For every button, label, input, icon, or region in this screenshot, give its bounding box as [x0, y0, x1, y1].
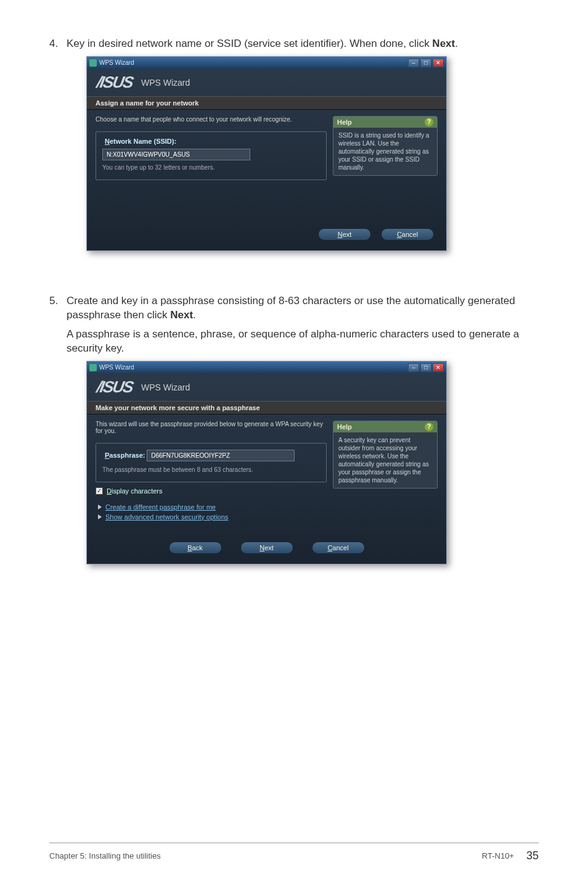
maximize-button[interactable]: □ — [420, 363, 431, 372]
intro-text: Choose a name that people who connect to… — [96, 116, 327, 123]
help-title: Help — [337, 423, 352, 431]
wizard-label: WPS Wizard — [141, 78, 190, 88]
app-icon — [89, 364, 97, 371]
help-panel: Help ? SSID is a string used to identify… — [333, 116, 438, 176]
asus-logo: /ISUS — [95, 377, 134, 397]
display-characters-row[interactable]: ✓ Display characters — [96, 487, 327, 495]
next-button[interactable]: Next — [318, 228, 371, 241]
help-header: Help ? — [333, 117, 437, 128]
passphrase-hint: The passphrase must be between 8 and 63 … — [102, 466, 320, 473]
page-footer: Chapter 5: Installing the utilities RT-N… — [49, 843, 539, 862]
window-title: WPS Wizard — [99, 59, 407, 66]
window-title: WPS Wizard — [99, 364, 407, 371]
step-4: 4. Key in desired network name or SSID (… — [49, 37, 539, 51]
help-icon: ? — [425, 423, 433, 431]
intro-text: This wizard will use the passphrase prov… — [96, 421, 327, 434]
display-characters-checkbox[interactable]: ✓ — [96, 487, 103, 495]
section-heading: Assign a name for your network — [87, 96, 446, 110]
display-characters-label: Display characters — [107, 487, 163, 495]
footer-left: Chapter 5: Installing the utilities — [49, 851, 482, 860]
help-panel: Help ? A security key can prevent outsid… — [333, 421, 438, 489]
minimize-button[interactable]: – — [408, 59, 419, 67]
button-row: Back Next Cancel — [87, 534, 446, 564]
step-5-sub: A passphrase is a sentence, phrase, or s… — [67, 328, 539, 356]
section-heading: Make your network more secure with a pas… — [87, 401, 446, 415]
step-5-text-c: . — [193, 309, 196, 321]
wps-wizard-dialog-passphrase: WPS Wizard – □ ✕ /ISUS WPS Wizard Make y… — [86, 361, 447, 564]
titlebar: WPS Wizard – □ ✕ — [87, 361, 446, 374]
button-row: Next Cancel — [87, 221, 446, 250]
triangle-icon — [98, 505, 102, 510]
dialog-body: This wizard will use the passphrase prov… — [87, 415, 446, 534]
step-4-text: Key in desired network name or SSID (ser… — [67, 37, 539, 51]
step-5-number: 5. — [49, 294, 67, 323]
wizard-label: WPS Wizard — [141, 382, 190, 392]
left-column: Choose a name that people who connect to… — [96, 116, 327, 208]
step-4-text-a: Key in desired network name or SSID (ser… — [67, 38, 432, 49]
help-title: Help — [337, 118, 352, 126]
footer-model: RT-N10+ — [482, 851, 514, 860]
help-body-text: SSID is a string used to identify a wire… — [333, 128, 437, 175]
cancel-button[interactable]: Cancel — [312, 542, 365, 554]
brand-bar: /ISUS WPS Wizard — [87, 69, 446, 96]
link-text: Show advanced network security options — [105, 513, 228, 521]
back-button[interactable]: Back — [169, 542, 222, 554]
advanced-security-link[interactable]: Show advanced network security options — [98, 513, 327, 521]
step-4-bold: Next — [432, 38, 455, 49]
step-4-text-c: . — [455, 38, 458, 49]
ssid-hint: You can type up to 32 letters or numbers… — [102, 164, 320, 171]
link-text: Create a different passphrase for me — [105, 503, 216, 511]
passphrase-input[interactable]: D66FN7UG8KREOOIYF2PZ — [147, 450, 295, 461]
left-column: This wizard will use the passphrase prov… — [96, 421, 327, 522]
close-button[interactable]: ✕ — [433, 363, 444, 372]
dialog-body: Choose a name that people who connect to… — [87, 110, 446, 221]
passphrase-legend: Passphrase: — [105, 452, 145, 459]
create-different-passphrase-link[interactable]: Create a different passphrase for me — [98, 503, 327, 511]
next-button[interactable]: Next — [240, 542, 293, 554]
passphrase-fieldset: Passphrase: D66FN7UG8KREOOIYF2PZ The pas… — [96, 443, 327, 482]
step-5-text-a: Create and key in a passphrase consistin… — [67, 295, 515, 321]
triangle-icon — [98, 514, 102, 519]
step-4-number: 4. — [49, 37, 67, 51]
help-icon: ? — [425, 118, 433, 126]
ssid-legend: Network Name (SSID): — [105, 138, 176, 145]
wps-wizard-dialog-ssid: WPS Wizard – □ ✕ /ISUS WPS Wizard Assign… — [86, 56, 447, 251]
page-number: 35 — [526, 849, 539, 862]
titlebar: WPS Wizard – □ ✕ — [87, 57, 446, 69]
help-body-text: A security key can prevent outsider from… — [333, 432, 437, 488]
cancel-button[interactable]: Cancel — [381, 228, 434, 241]
ssid-fieldset: Network Name (SSID): N:X01VWV4IGWPV0U_AS… — [96, 131, 327, 180]
close-button[interactable]: ✕ — [433, 59, 444, 67]
step-5-text: Create and key in a passphrase consistin… — [67, 294, 539, 323]
maximize-button[interactable]: □ — [420, 59, 431, 67]
help-header: Help ? — [333, 421, 437, 432]
app-icon — [89, 59, 97, 67]
ssid-input[interactable]: N:X01VWV4IGWPV0U_ASUS — [102, 149, 250, 160]
brand-bar: /ISUS WPS Wizard — [87, 374, 446, 401]
step-5-bold: Next — [170, 309, 193, 321]
minimize-button[interactable]: – — [408, 363, 419, 372]
step-5: 5. Create and key in a passphrase consis… — [49, 294, 539, 323]
asus-logo: /ISUS — [95, 73, 134, 92]
